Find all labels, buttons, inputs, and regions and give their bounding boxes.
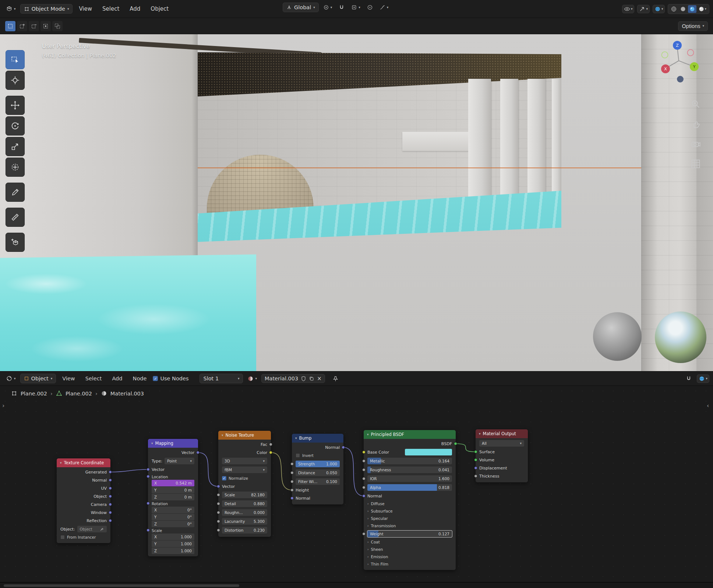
menu-select[interactable]: Select — [98, 4, 123, 14]
node-header[interactable]: ▾ Bump — [292, 434, 343, 443]
sk-texcoord-window[interactable] — [109, 511, 112, 514]
noise-dimensions-dropdown[interactable]: 3D▾ — [222, 458, 267, 464]
sk-mapping-scale-in[interactable] — [147, 529, 150, 532]
sk-mapping-location-in[interactable] — [147, 475, 150, 478]
menu-view[interactable]: View — [75, 4, 96, 14]
shading-rendered-button[interactable]: ▾ — [697, 5, 707, 13]
select-mode-extend-button[interactable] — [17, 21, 27, 31]
sk-output-surface-in[interactable] — [474, 450, 477, 454]
node-material-output[interactable]: ▾ Material Output All▾ Surface Volume Di… — [476, 429, 528, 482]
sk-principled-ior-in[interactable] — [362, 477, 366, 480]
pin-icon[interactable] — [332, 376, 339, 382]
from-instancer-checkbox[interactable] — [60, 535, 65, 539]
tool-rotate-button[interactable] — [6, 116, 25, 135]
proportional-editing-toggle[interactable] — [365, 3, 375, 12]
sk-bump-height-in[interactable] — [290, 489, 294, 492]
node-header[interactable]: ▾ Noise Texture — [218, 431, 271, 440]
eyedropper-icon[interactable] — [100, 527, 104, 531]
noise-type-dropdown[interactable]: fBM▾ — [222, 466, 267, 473]
overlays-dropdown[interactable]: ▾ — [653, 5, 665, 13]
bump-strength-field[interactable]: Strength1.000 — [296, 461, 340, 467]
ior-field[interactable]: IOR1.600 — [367, 475, 452, 482]
sk-principled-weight-in[interactable] — [362, 532, 366, 536]
mode-dropdown[interactable]: Object Mode ▾ — [20, 4, 73, 14]
sk-noise-roughness-in[interactable] — [217, 511, 220, 514]
node-noise-texture[interactable]: ▾ Noise Texture Fac Color 3D▾ fBM▾ ✓ Nor… — [218, 431, 271, 537]
section-specular[interactable]: ›Specular — [364, 515, 456, 522]
scale-z-field[interactable]: Z1.000 — [152, 547, 194, 554]
node-mapping[interactable]: ▾ Mapping Vector Type: Point ▾ Vector Lo… — [148, 439, 198, 556]
section-subsurface[interactable]: ›Subsurface — [364, 507, 456, 515]
section-sheen[interactable]: ›Sheen — [364, 546, 456, 553]
sk-bump-normal-out[interactable] — [342, 446, 345, 449]
section-coat[interactable]: ›Coat — [364, 538, 456, 546]
panel-collapse-arrow[interactable]: ‹ — [707, 402, 709, 409]
shading-material-button[interactable] — [688, 5, 696, 13]
fake-user-shield-icon[interactable] — [301, 376, 306, 381]
noise-detail-field[interactable]: Detail0.880 — [222, 500, 267, 507]
object-picker-field[interactable]: Object — [77, 526, 107, 532]
shader-menu-add[interactable]: Add — [108, 374, 126, 383]
menu-object[interactable]: Object — [147, 4, 173, 14]
section-thin-film[interactable]: ›Thin Film — [364, 560, 456, 568]
sk-output-displacement-in[interactable] — [474, 466, 477, 470]
camera-view-button[interactable] — [691, 139, 701, 149]
pivot-dropdown[interactable]: ▾ — [321, 3, 335, 12]
sk-noise-distortion-in[interactable] — [217, 529, 220, 532]
proportional-falloff-dropdown[interactable]: ▾ — [377, 3, 391, 12]
toggle-grid-button[interactable] — [691, 159, 701, 169]
unlink-material-button[interactable]: × — [317, 376, 322, 381]
location-x-field[interactable]: X0.542 m — [152, 480, 194, 486]
tool-transform-button[interactable] — [6, 158, 25, 177]
use-nodes-checkbox[interactable]: ✓ — [153, 376, 158, 381]
transmission-weight-field[interactable]: Weight0.127 — [367, 531, 452, 537]
menu-add[interactable]: Add — [126, 4, 144, 14]
shader-type-dropdown[interactable]: Object ▾ — [20, 374, 56, 383]
editor-type-button[interactable]: ▾ — [4, 4, 18, 14]
select-mode-new-button[interactable] — [5, 21, 15, 31]
shader-menu-view[interactable]: View — [58, 374, 79, 383]
snap-toggle[interactable] — [336, 3, 347, 12]
gizmo-dropdown[interactable]: ▾ — [637, 5, 650, 13]
node-header[interactable]: ▾ Mapping — [148, 439, 198, 448]
node-header[interactable]: ▾ Material Output — [476, 429, 528, 438]
sk-principled-metallic-in[interactable] — [362, 460, 366, 463]
visibility-dropdown[interactable]: ▾ — [622, 5, 635, 13]
material-browse-dropdown[interactable]: ▾ — [245, 374, 259, 383]
sk-principled-basecolor-in[interactable] — [362, 451, 366, 454]
tool-add-cube-button[interactable] — [6, 233, 25, 252]
node-principled-bsdf[interactable]: ▾ Principled BSDF BSDF Base Color Metall… — [364, 430, 456, 570]
sk-principled-normal-in[interactable] — [362, 494, 366, 498]
collapse-icon[interactable]: ▾ — [479, 432, 481, 436]
sk-principled-roughness-in[interactable] — [362, 468, 366, 472]
options-button[interactable]: Options ▾ — [678, 21, 708, 31]
navigation-gizmo[interactable]: Z X Y — [657, 38, 702, 89]
sk-output-volume-in[interactable] — [474, 458, 477, 462]
rotation-z-field[interactable]: Z0° — [152, 521, 194, 527]
sk-noise-lacunarity-in[interactable] — [217, 520, 220, 523]
location-y-field[interactable]: Y0 m — [152, 487, 194, 493]
select-mode-subtract-button[interactable] — [29, 21, 39, 31]
section-emission[interactable]: ›Emission — [364, 553, 456, 560]
shader-snap-toggle[interactable] — [684, 374, 694, 383]
collapse-icon[interactable]: ▾ — [60, 461, 62, 465]
noise-distortion-field[interactable]: Distortion0.230 — [222, 527, 267, 534]
zoom-button[interactable] — [691, 99, 701, 109]
scale-x-field[interactable]: X1.000 — [152, 534, 194, 540]
bump-distance-field[interactable]: Distance0.050 — [296, 469, 340, 476]
sk-mapping-rotation-in[interactable] — [147, 502, 150, 505]
bump-filter-field[interactable]: Filter Wi...0.100 — [296, 478, 340, 485]
horizontal-scrollbar[interactable] — [0, 582, 713, 588]
alpha-field[interactable]: Alpha0.818 — [367, 484, 452, 491]
node-graph[interactable]: › ‹ Plane.002 › Plane.002 › Material.003… — [0, 386, 713, 582]
sk-bump-strength-in[interactable] — [290, 462, 294, 466]
sk-noise-detail-in[interactable] — [217, 502, 220, 506]
sk-mapping-vector-out[interactable] — [196, 451, 200, 454]
location-z-field[interactable]: Z0 m — [152, 494, 194, 500]
collapse-icon[interactable]: ▾ — [222, 434, 223, 437]
breadcrumb-mesh[interactable]: Plane.002 — [66, 391, 92, 397]
shader-menu-select[interactable]: Select — [81, 374, 106, 383]
sk-texcoord-uv[interactable] — [109, 487, 112, 490]
shader-editor-type-button[interactable]: ▾ — [4, 374, 18, 383]
node-bump[interactable]: ▾ Bump Normal Invert Strength1.000 Dista… — [292, 434, 343, 504]
